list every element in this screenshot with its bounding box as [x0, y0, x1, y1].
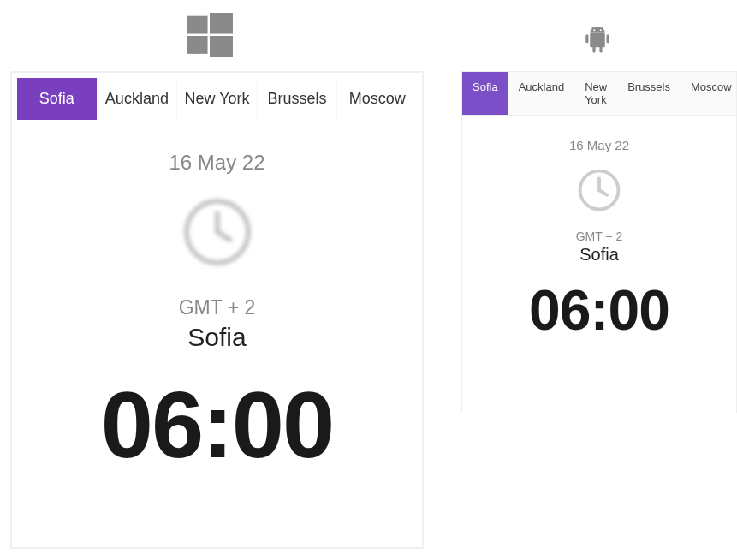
tab-label: Auckland — [519, 80, 564, 93]
tab-label: Brussels — [627, 80, 670, 93]
tab-label: Auckland — [105, 90, 169, 107]
android-icon — [585, 25, 610, 54]
clock-icon — [179, 194, 256, 271]
tab-auckland[interactable]: Auckland — [98, 78, 178, 120]
svg-rect-4 — [590, 33, 605, 47]
tabs-bar: Sofia Auckland New York Brussels Moscow — [17, 78, 417, 120]
svg-rect-0 — [187, 16, 208, 34]
tab-new-york[interactable]: New York — [177, 78, 258, 120]
svg-rect-6 — [607, 34, 609, 43]
svg-rect-5 — [585, 34, 588, 43]
svg-point-12 — [600, 29, 602, 31]
android-clock-panel: Sofia Auckland New York Brussels Moscow … — [461, 71, 737, 413]
clock-icon — [575, 166, 623, 214]
tab-brussels[interactable]: Brussels — [258, 78, 338, 120]
tab-label: Moscow — [691, 80, 732, 93]
tab-label: Moscow — [349, 90, 406, 107]
svg-rect-7 — [592, 46, 595, 53]
windows-clock-panel: Sofia Auckland New York Brussels Moscow … — [10, 71, 424, 549]
tab-auckland[interactable]: Auckland — [508, 72, 574, 115]
svg-point-11 — [593, 29, 595, 31]
tab-moscow[interactable]: Moscow — [337, 78, 417, 120]
tab-label: New York — [184, 90, 249, 107]
svg-rect-2 — [187, 36, 208, 54]
city-label: Sofia — [29, 323, 405, 352]
svg-line-15 — [217, 232, 229, 240]
date-label: 16 May 22 — [479, 138, 719, 152]
gmt-label: GMT + 2 — [479, 229, 719, 243]
clock-content: 16 May 22 GMT + 2 Sofia 06:00 — [462, 116, 736, 424]
gmt-label: GMT + 2 — [29, 296, 405, 319]
time-display: 06:00 — [29, 378, 405, 472]
svg-line-18 — [599, 190, 607, 195]
tab-sofia[interactable]: Sofia — [17, 78, 98, 120]
tab-label: Brussels — [268, 90, 327, 107]
tab-label: Sofia — [473, 80, 498, 93]
clock-content: 16 May 22 GMT + 2 Sofia 06:00 — [12, 125, 422, 472]
tab-brussels[interactable]: Brussels — [617, 72, 681, 115]
svg-rect-3 — [210, 36, 233, 57]
tab-label: Sofia — [39, 90, 74, 107]
city-label: Sofia — [479, 245, 719, 265]
date-label: 16 May 22 — [29, 151, 405, 175]
tab-new-york[interactable]: New York — [574, 72, 617, 115]
tab-sofia[interactable]: Sofia — [462, 72, 508, 115]
svg-rect-8 — [599, 46, 602, 53]
svg-rect-1 — [210, 13, 233, 34]
tab-label: New York — [585, 80, 607, 106]
tab-moscow[interactable]: Moscow — [681, 72, 737, 115]
tabs-bar: Sofia Auckland New York Brussels Moscow — [462, 72, 736, 116]
time-display: 06:00 — [479, 282, 719, 338]
windows-icon — [187, 13, 233, 59]
